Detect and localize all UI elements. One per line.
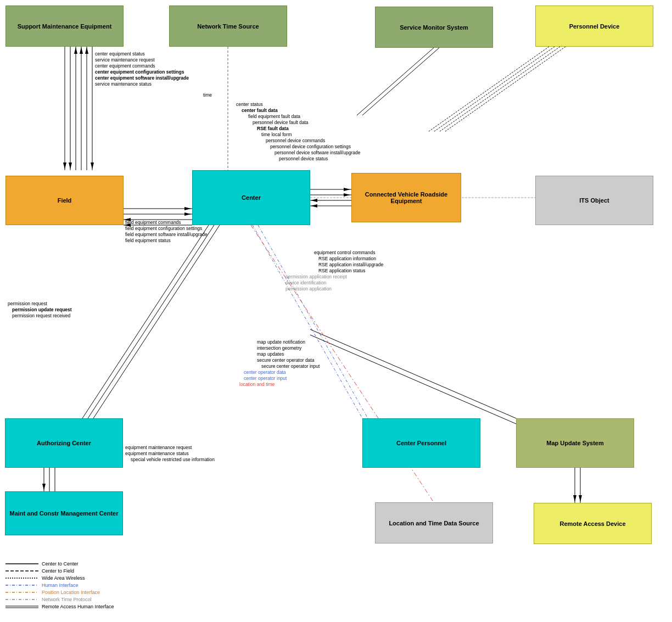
node-remote-access: Remote Access Device [534,503,652,544]
label-equipment-maintenance-request: equipment maintenance request [125,445,192,450]
node-center-personnel: Center Personnel [362,418,480,468]
svg-line-13 [357,48,434,115]
svg-line-16 [434,47,555,132]
label-map-update-notification: map update notification [257,339,305,345]
legend-wide-area-wireless: Wide Area Wireless [5,575,114,581]
label-field-equipment-commands: field equipment commands [125,220,181,225]
label-field-equipment-config: field equipment configuration settings [125,226,202,231]
label-personnel-device-software: personnel device software install/upgrad… [275,150,360,155]
label-permission-application-receipt: permission application receipt [285,274,347,279]
label-location-and-time: location and time [239,382,275,387]
node-personnel-device: Personnel Device [535,5,653,47]
label-device-identification: device identification [285,280,326,285]
label-equipment-maintenance-status: equipment maintenance status [125,451,189,456]
node-center: Center [192,170,310,225]
svg-marker-24 [184,212,191,216]
node-map-update-system: Map Update System [516,418,634,468]
svg-marker-50 [573,495,576,502]
label-special-vehicle-restricted: special vehicle restricted use informati… [131,457,215,462]
label-rse-application-information: RSE application information [318,256,376,261]
node-its-object: ITS Object [535,176,653,225]
legend-position-location: Position Location Interface [5,590,114,595]
node-authorizing-center: Authorizing Center [5,418,123,468]
svg-marker-10 [85,47,88,54]
svg-line-42 [310,335,516,424]
svg-line-18 [445,47,565,132]
diagram: Support Maintenance Equipment Network Ti… [0,0,672,622]
label-center-operator-input: center operator input [244,376,287,381]
label-rse-application-install: RSE application install/upgrade [318,262,383,267]
node-connected-vehicle: Connected Vehicle Roadside Equipment [351,173,461,222]
svg-marker-9 [80,47,83,54]
label-center-status: center status [236,102,263,107]
label-center-equipment-commands: center equipment commands [95,63,155,69]
svg-line-38 [93,225,220,418]
node-location-time: Location and Time Data Source [375,502,493,543]
label-permission-application: permission application [285,286,332,292]
label-rse-application-status: RSE application status [318,268,366,273]
node-maint-constr: Maint and Constr Management Center [5,491,123,535]
label-field-equipment-fault-data: field equipment fault data [248,114,300,119]
label-service-maintenance-status: service maintenance status [95,81,152,87]
label-center-operator-data: center operator data [244,369,286,375]
label-intersection-geometry: intersection geometry [257,345,301,351]
legend-human-interface: Human Interface [5,582,114,588]
label-secure-center-operator-data: secure center operator data [257,357,314,363]
node-support-maintenance: Support Maintenance Equipment [5,5,124,47]
label-center-equipment-software: center equipment software install/upgrad… [95,75,189,81]
svg-line-15 [428,47,549,132]
svg-marker-34 [311,204,317,208]
legend: Center to Center Center to Field Wide Ar… [5,561,114,611]
label-permission-request-received: permission request received [12,313,70,318]
svg-marker-6 [63,162,66,169]
label-time: time [203,92,212,98]
label-personnel-device-config: personnel device configuration settings [270,144,351,149]
label-service-maintenance-request: service maintenance request [95,57,155,63]
svg-line-17 [439,47,560,132]
label-map-updates: map updates [257,351,284,357]
label-permission-update-request: permission update request [12,307,72,312]
label-personnel-device-fault-data: personnel device fault data [253,120,309,125]
node-network-time: Network Time Source [169,5,287,47]
label-permission-request: permission request [8,301,47,306]
label-equipment-control-commands: equipment control commands [314,250,376,255]
svg-marker-33 [311,199,317,202]
svg-marker-31 [344,188,350,191]
legend-center-to-center: Center to Center [5,561,114,567]
svg-marker-51 [579,495,582,502]
label-field-equipment-status: field equipment status [125,238,171,243]
label-personnel-device-status: personnel device status [279,156,328,161]
label-center-fault-data: center fault data [242,108,278,113]
label-time-local-form: time local form [261,132,292,137]
node-field: Field [5,176,124,225]
svg-marker-8 [74,47,77,54]
label-personnel-device-commands: personnel device commands [266,138,325,143]
svg-line-37 [88,225,214,418]
label-secure-center-operator-input: secure center operator input [261,363,320,369]
svg-marker-32 [344,193,350,197]
svg-line-14 [362,48,439,115]
svg-line-36 [82,225,209,418]
node-service-monitor: Service Monitor System [375,7,493,48]
svg-marker-11 [91,162,94,169]
svg-marker-47 [42,484,46,490]
label-rse-fault-data: RSE fault data [257,126,289,131]
label-center-equipment-status: center equipment status [95,51,145,57]
label-field-equipment-software: field equipment software install/upgrade [125,232,208,237]
svg-marker-7 [69,162,72,169]
legend-remote-access: Remote Access Human Interface [5,604,114,609]
svg-line-41 [310,329,516,418]
svg-marker-23 [184,207,191,210]
label-center-equipment-config: center equipment configuration settings [95,69,184,75]
legend-network-time-protocol: Network Time Protocol [5,597,114,602]
legend-center-to-field: Center to Field [5,568,114,574]
